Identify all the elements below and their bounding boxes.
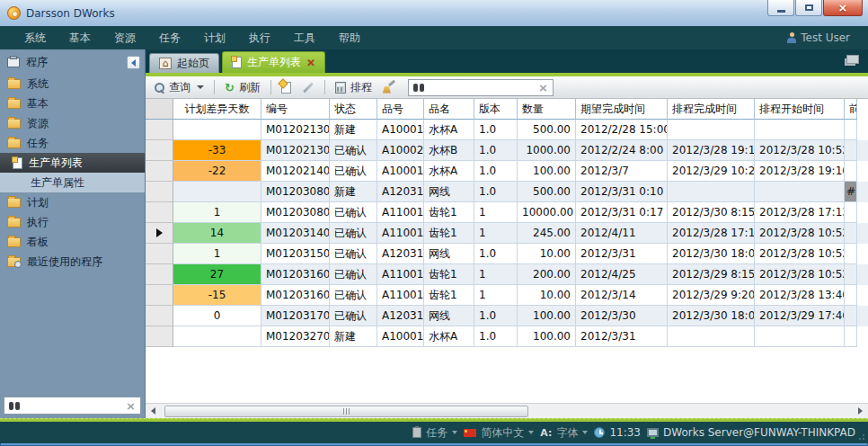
sidebar-item[interactable]: 生产单属性 (0, 173, 145, 192)
table-row[interactable]: 27M012031601已确认A11001齿轮11200.002012/4/25… (146, 264, 868, 285)
row-selector[interactable] (146, 244, 173, 264)
table-cell: 2012/3/14 (576, 285, 668, 306)
column-header[interactable]: 状态 (330, 99, 377, 120)
table-row[interactable]: M012030801新建A12031网线1.0500.002012/3/31 0… (146, 182, 868, 202)
sidebar-item[interactable]: 看板 (0, 232, 145, 252)
query-button[interactable]: 查询 (151, 78, 208, 97)
column-header[interactable]: 编号 (261, 99, 330, 120)
sidebar-item-label: 基本 (27, 96, 49, 112)
column-header[interactable]: 版本 (474, 99, 518, 120)
horizontal-scrollbar[interactable] (146, 403, 868, 418)
table-cell (845, 326, 857, 347)
table-row[interactable]: -15M012031602已确认A11001齿轮1110.002012/3/14… (146, 285, 868, 306)
table-cell: 水杯A (424, 326, 474, 347)
tab-production-order-list[interactable]: 生产单列表 ✕ (222, 51, 325, 73)
sidebar-search-clear-icon[interactable]: × (126, 400, 136, 412)
resize-grip[interactable] (858, 433, 865, 441)
sidebar-item[interactable]: 执行 (0, 212, 145, 232)
schedule-button[interactable]: 排程 (332, 78, 376, 97)
table-row[interactable]: 1M012030802已确认A11001齿轮1110000.002012/3/3… (146, 202, 868, 223)
close-button[interactable]: × (823, 0, 863, 16)
table-cell: 2012/3/7 (576, 161, 668, 182)
row-selector[interactable] (146, 264, 173, 285)
status-language-menu[interactable]: 简体中文 (464, 425, 534, 441)
sidebar-item[interactable]: 资源 (0, 113, 145, 133)
menu-item[interactable]: 任务 (147, 31, 192, 46)
sidebar-item[interactable]: 系统 (0, 74, 145, 94)
table-body: M012021301新建A10001水杯A1.0500.002012/2/28 … (146, 120, 868, 347)
sidebar-collapse-button[interactable] (127, 56, 140, 69)
menu-item[interactable]: 执行 (237, 31, 282, 46)
row-selector[interactable] (146, 223, 173, 244)
maximize-button[interactable] (795, 0, 822, 16)
table-row[interactable]: 0M012031701已确认A12031网线1.0100.002012/3/30… (146, 306, 868, 326)
clean-button[interactable] (379, 80, 399, 95)
menu-item[interactable]: 帮助 (327, 31, 372, 46)
folder-icon (7, 237, 21, 247)
table-row[interactable]: -22M012021401已确认A10001水杯A1.0100.002012/3… (146, 161, 868, 182)
toolbar-search-input[interactable] (424, 82, 538, 93)
toolbar-search-box[interactable]: × (408, 79, 554, 96)
row-selector[interactable] (146, 306, 173, 326)
row-selector[interactable] (146, 182, 173, 202)
column-header[interactable]: 品号 (377, 99, 424, 120)
scroll-left-button[interactable] (146, 404, 161, 418)
table-cell: M012031701 (261, 306, 330, 326)
table-cell: -22 (173, 161, 261, 182)
window-title: Darsson DWorks (26, 7, 115, 20)
menu-item[interactable]: 计划 (192, 31, 237, 46)
column-header[interactable]: 计划差异天数 (173, 99, 261, 120)
menu-item[interactable]: 资源 (102, 31, 147, 46)
minimize-button[interactable] (767, 0, 794, 16)
row-selector[interactable] (146, 202, 173, 223)
toolbar-search-clear-icon[interactable]: × (538, 82, 548, 94)
column-header[interactable]: 前 (845, 99, 857, 120)
table-cell: 1 (173, 202, 261, 223)
tab-list-panes-icon[interactable] (846, 55, 859, 64)
menu-item[interactable]: 工具 (282, 31, 327, 46)
sidebar-item-label: 看板 (27, 235, 49, 250)
table-cell: 水杯B (424, 140, 474, 161)
chevron-down-icon[interactable] (197, 85, 204, 89)
table-cell: 2012/3/28 10:52 (755, 264, 845, 285)
titlebar: Darsson DWorks × (0, 0, 868, 26)
table-cell: A10001 (377, 326, 424, 347)
row-selector[interactable] (146, 161, 173, 182)
scroll-right-button[interactable] (853, 404, 868, 418)
sidebar-item[interactable]: 最近使用的程序 (0, 252, 145, 272)
sidebar-item[interactable]: 计划 (0, 192, 145, 212)
refresh-button[interactable]: ↻ 刷新 (221, 78, 264, 97)
menu-item[interactable]: 系统 (13, 31, 58, 46)
scrollbar-thumb[interactable] (164, 406, 528, 417)
row-selector[interactable] (146, 285, 173, 306)
column-header[interactable]: 期望完成时间 (576, 99, 668, 120)
column-header[interactable]: 数量 (518, 99, 576, 120)
table-row[interactable]: 1M012031501已确认A12031网线1.010.002012/3/312… (146, 244, 868, 264)
edit-button[interactable] (298, 85, 318, 91)
table-row[interactable]: M012021301新建A10001水杯A1.0500.002012/2/28 … (146, 120, 868, 140)
row-selector[interactable] (146, 140, 173, 161)
sidebar-item[interactable]: 基本 (0, 94, 145, 113)
table-cell: 0 (173, 306, 261, 326)
row-selector[interactable] (146, 326, 173, 347)
tab-close-icon[interactable]: ✕ (306, 58, 315, 68)
column-header[interactable]: 品名 (424, 99, 474, 120)
new-button[interactable] (278, 80, 295, 95)
status-server-label: DWorks Server@FUNWAY-THINKPAD (663, 426, 855, 439)
sidebar-item[interactable]: 任务 (0, 133, 145, 153)
table-row[interactable]: -33M012021302已确认A10002水杯B1.01000.002012/… (146, 140, 868, 161)
table-row[interactable]: 14M012031402已确认A11001齿轮11245.002012/4/11… (146, 223, 868, 244)
folder-icon (7, 138, 21, 148)
row-selector[interactable] (146, 120, 173, 140)
user-badge[interactable]: Test User (787, 31, 855, 44)
table-cell: 1.0 (474, 244, 518, 264)
status-task-menu[interactable]: 任务 (412, 425, 457, 441)
tab-start-page[interactable]: ⌂ 起始页 (149, 53, 219, 73)
column-header[interactable]: 排程完成时间 (668, 99, 755, 120)
column-header[interactable]: 排程开始时间 (755, 99, 845, 120)
status-font-menu[interactable]: A: 字体 (540, 425, 588, 441)
table-row[interactable]: M012032701新建A10001水杯A1.0100.002012/3/31 (146, 326, 868, 347)
menu-item[interactable]: 基本 (58, 31, 102, 46)
sidebar-item[interactable]: 生产单列表 (0, 153, 145, 173)
sidebar-search-box[interactable]: × (4, 397, 141, 415)
